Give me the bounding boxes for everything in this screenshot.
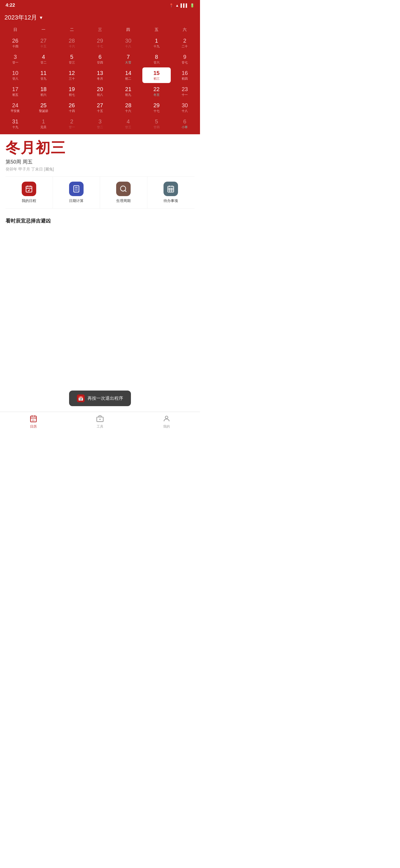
- wifi-icon: ▲: [175, 3, 179, 7]
- svg-line-13: [125, 190, 126, 192]
- cal-cell-4-1[interactable]: 25聖誕節: [29, 100, 57, 115]
- cal-cell-1-0[interactable]: 3廿一: [1, 51, 29, 67]
- day-number: 16: [182, 70, 188, 76]
- cal-cell-3-4[interactable]: 21初九: [114, 84, 142, 99]
- svg-rect-0: [26, 186, 32, 192]
- cal-cell-4-4[interactable]: 28十六: [114, 100, 142, 115]
- cal-cell-3-1[interactable]: 18初六: [29, 84, 57, 99]
- svg-text:23: 23: [32, 419, 34, 422]
- cal-cell-3-5[interactable]: 22冬至: [142, 84, 171, 99]
- cal-cell-2-2[interactable]: 12三十: [58, 67, 86, 83]
- day-number: 5: [70, 54, 73, 60]
- day-sub: 初三: [153, 76, 160, 81]
- cal-cell-1-5[interactable]: 8廿六: [142, 51, 171, 67]
- battery-icon: 🔋: [190, 3, 194, 7]
- day-number: 7: [127, 54, 130, 60]
- status-time: 4:22: [6, 2, 15, 8]
- day-number: 26: [68, 102, 75, 108]
- day-sub: 廿八: [12, 76, 19, 81]
- cal-cell-1-2[interactable]: 5廿三: [58, 51, 86, 67]
- func-btn-1[interactable]: 日期计算: [53, 177, 100, 208]
- day-number: 23: [182, 86, 188, 92]
- day-number: 17: [12, 86, 19, 92]
- cal-cell-2-3[interactable]: 13冬月: [86, 67, 114, 83]
- day-sub: 二十: [182, 44, 188, 48]
- tools-nav-icon: [96, 414, 104, 423]
- cal-cell-0-1[interactable]: 27十五: [29, 35, 57, 51]
- func-btn-3[interactable]: 待办事项: [147, 177, 195, 208]
- week-info: 第50周 周五: [6, 158, 194, 165]
- header[interactable]: 2023年12月 ▼: [0, 10, 200, 26]
- cal-cell-2-6[interactable]: 16初四: [171, 67, 199, 83]
- day-number: 2: [183, 37, 186, 44]
- cal-cell-3-0[interactable]: 17初五: [1, 84, 29, 99]
- cal-cell-0-2[interactable]: 28十六: [58, 35, 86, 51]
- header-dropdown-arrow[interactable]: ▼: [39, 15, 43, 20]
- header-title: 2023年12月: [4, 13, 37, 22]
- cal-cell-5-4[interactable]: 4廿三: [114, 116, 142, 131]
- cal-cell-5-3[interactable]: 3廿二: [86, 116, 114, 131]
- func-label-2: 生理周期: [116, 198, 131, 203]
- cal-cell-2-5[interactable]: 15初三: [142, 67, 171, 83]
- func-btn-2[interactable]: 生理周期: [100, 177, 147, 208]
- day-sub: 廿九: [40, 76, 47, 81]
- day-sub: 十四: [12, 44, 19, 48]
- day-number: 3: [14, 54, 17, 60]
- day-sub: 廿三: [69, 60, 75, 64]
- cal-cell-4-0[interactable]: 24平安夜: [1, 100, 29, 115]
- cal-cell-1-3[interactable]: 6廿四: [86, 51, 114, 67]
- cal-cell-2-0[interactable]: 10廿八: [1, 67, 29, 83]
- cal-cell-0-6[interactable]: 2二十: [171, 35, 199, 51]
- day-sub: 廿二: [97, 125, 103, 129]
- cal-cell-1-6[interactable]: 9廿七: [171, 51, 199, 67]
- day-sub: 初五: [12, 93, 19, 97]
- day-sub: 十七: [153, 109, 160, 113]
- day-sub: 十四: [69, 109, 75, 113]
- day-sub: 廿六: [153, 60, 160, 64]
- cal-cell-0-3[interactable]: 29十七: [86, 35, 114, 51]
- nav-item-工具[interactable]: 工具: [96, 414, 104, 429]
- cal-cell-0-5[interactable]: 1十九: [142, 35, 171, 51]
- cal-cell-0-4[interactable]: 30十八: [114, 35, 142, 51]
- cal-cell-1-4[interactable]: 7大雪: [114, 51, 142, 67]
- func-label-1: 日期计算: [69, 198, 84, 203]
- nav-item-日历[interactable]: 23日历: [29, 414, 38, 429]
- day-sub: 廿一: [69, 125, 75, 129]
- cal-cell-3-3[interactable]: 20初八: [86, 84, 114, 99]
- day-sub: 十七: [97, 44, 103, 48]
- cal-cell-4-2[interactable]: 26十四: [58, 100, 86, 115]
- bottom-nav: 23日历工具我的: [0, 412, 200, 434]
- cal-cell-4-3[interactable]: 27十五: [86, 100, 114, 115]
- func-label-0: 我的日程: [22, 198, 36, 203]
- dow-header: 日一二三四五六: [0, 26, 200, 34]
- cal-cell-3-6[interactable]: 23十一: [171, 84, 199, 99]
- day-sub: 小寒: [182, 125, 188, 129]
- day-sub: 十八: [182, 109, 188, 113]
- cal-cell-3-2[interactable]: 19初七: [58, 84, 86, 99]
- day-number: 10: [12, 70, 19, 76]
- signal-icon: ▌▌▌: [181, 3, 188, 7]
- cal-cell-2-1[interactable]: 11廿九: [29, 67, 57, 83]
- func-btn-0[interactable]: 我的日程: [6, 177, 53, 208]
- cal-cell-5-6[interactable]: 6小寒: [171, 116, 199, 131]
- day-sub: 十一: [182, 93, 188, 97]
- calendar-icon: 📅: [78, 396, 84, 401]
- cal-cell-4-6[interactable]: 30十八: [171, 100, 199, 115]
- dow-cell-5: 五: [142, 26, 171, 34]
- cal-cell-5-5[interactable]: 5廿四: [142, 116, 171, 131]
- toast-icon: 📅: [77, 395, 85, 402]
- cal-cell-0-0[interactable]: 26十四: [1, 35, 29, 51]
- cal-cell-5-2[interactable]: 2廿一: [58, 116, 86, 131]
- cal-cell-5-1[interactable]: 1元旦: [29, 116, 57, 131]
- day-number: 22: [153, 86, 160, 92]
- day-sub: 初八: [97, 93, 103, 97]
- day-sub: 廿二: [40, 60, 47, 64]
- day-sub: 十五: [40, 44, 47, 48]
- cal-cell-5-0[interactable]: 31十九: [1, 116, 29, 131]
- location-icon: 📍: [169, 3, 174, 7]
- day-number: 18: [40, 86, 47, 92]
- cal-cell-1-1[interactable]: 4廿二: [29, 51, 57, 67]
- nav-item-我的[interactable]: 我的: [162, 414, 171, 429]
- cal-cell-4-5[interactable]: 29十七: [142, 100, 171, 115]
- cal-cell-2-4[interactable]: 14初二: [114, 67, 142, 83]
